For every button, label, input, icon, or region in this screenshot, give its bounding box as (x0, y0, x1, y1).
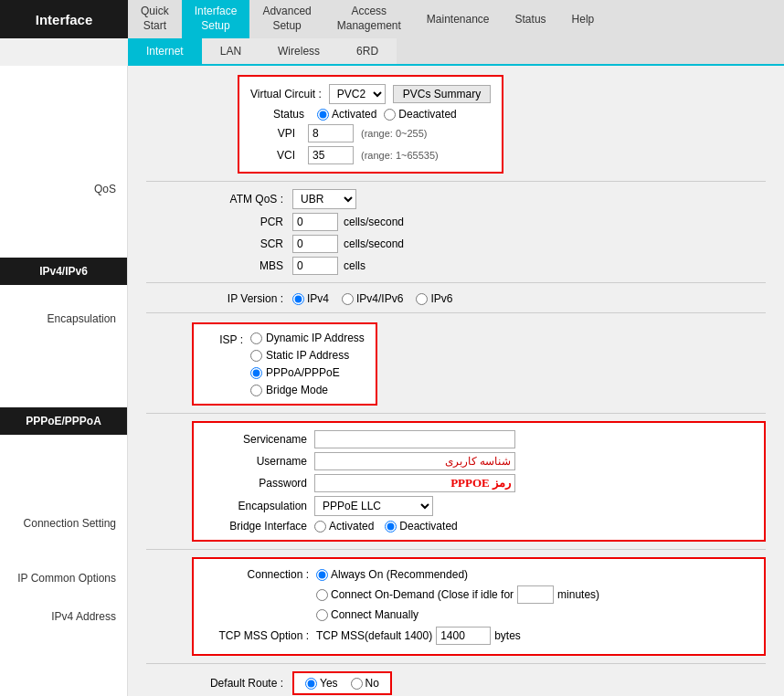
divider-4 (146, 413, 766, 414)
nav-item-access-management[interactable]: Access Management (324, 0, 414, 38)
sidebar-item-ipv4ipv6: IPv4/IPv6 (0, 258, 127, 285)
def-route-yes-label[interactable]: Yes (305, 677, 338, 690)
scr-unit: cells/second (344, 237, 404, 250)
mbs-label: MBS (146, 259, 292, 272)
status-activated-label[interactable]: Activated (317, 108, 376, 121)
subnav-lan[interactable]: LAN (202, 38, 260, 64)
pvcs-summary-btn[interactable]: PVCs Summary (393, 85, 491, 103)
password-input[interactable] (314, 474, 515, 492)
mbs-input[interactable] (292, 257, 338, 275)
isp-pppoe-label[interactable]: PPPoA/PPPoE (250, 366, 365, 379)
subnav-wireless[interactable]: Wireless (260, 38, 338, 64)
encap-label: Encapsulation (205, 500, 314, 512)
isp-dynamic-label[interactable]: Dynamic IP Address (250, 332, 365, 344)
sidebar-spacer-2 (0, 203, 127, 258)
bridge-activated-label[interactable]: Activated (314, 520, 374, 533)
isp-bridge-label[interactable]: Bridge Mode (250, 384, 365, 396)
nav-item-advanced-setup[interactable]: Advanced Setup (249, 0, 323, 38)
status-deactivated-label[interactable]: Deactivated (384, 108, 456, 121)
nav-item-status[interactable]: Status (503, 0, 559, 38)
status-deactivated-radio[interactable] (384, 109, 396, 121)
vpi-range: (range: 0~255) (361, 128, 427, 139)
virtual-circuit-box: Virtual Circuit : PVC2 PVCs Summary Stat… (238, 75, 503, 174)
conn-always-label[interactable]: Always On (Recommended) (316, 568, 468, 581)
virtual-circuit-section: Virtual Circuit : PVC2 PVCs Summary Stat… (146, 75, 766, 174)
content-area: Virtual Circuit : PVC2 PVCs Summary Stat… (128, 66, 784, 696)
conn-always-radio[interactable] (316, 569, 328, 581)
username-input[interactable] (314, 452, 515, 470)
status-row: Status Activated Deactivated (260, 108, 491, 121)
conn-demand-label[interactable]: Connect On-Demand (Close if idle for (316, 588, 514, 601)
vc-select[interactable]: PVC2 (329, 84, 386, 104)
password-row: Password (205, 474, 753, 492)
nav-item-interface-setup[interactable]: Interface Setup (182, 0, 250, 38)
main-content: QoS IPv4/IPv6 Encapsulation PPPoE/PPPoA … (0, 66, 784, 696)
status-label: Status (260, 108, 310, 121)
tcp-mss-input[interactable] (436, 627, 491, 645)
default-route-row: Default Route : Yes No (146, 671, 766, 695)
conn-demand-radio[interactable] (316, 589, 328, 601)
bridge-deactivated-radio[interactable] (385, 521, 397, 533)
nav-item-maintenance[interactable]: Maintenance (414, 0, 503, 38)
conn-manual-label[interactable]: Connect Manually (316, 608, 418, 621)
sub-nav: Internet LAN Wireless 6RD (128, 38, 784, 66)
tcp-mss-row: TCP MSS Option : TCP MSS(default 1400) b… (207, 627, 751, 645)
scr-input[interactable] (292, 235, 338, 253)
bridge-deactivated-label[interactable]: Deactivated (385, 520, 457, 533)
ipv4-radio-label[interactable]: IPv4 (292, 292, 329, 305)
vpi-row: VPI (range: 0~255) (250, 124, 491, 142)
tcp-mss-unit: bytes (494, 629, 521, 642)
scr-label: SCR (146, 237, 292, 250)
vpi-input[interactable] (308, 124, 354, 142)
top-nav: Interface Quick Start Interface Setup Ad… (0, 0, 784, 38)
encapsulation-section: ISP : Dynamic IP Address Static IP Addre… (146, 317, 766, 406)
pcr-unit: cells/second (344, 216, 404, 228)
isp-bridge-radio[interactable] (250, 385, 262, 396)
subnav-internet[interactable]: Internet (128, 38, 202, 64)
isp-pppoe-radio[interactable] (250, 367, 262, 379)
isp-dynamic-radio[interactable] (250, 332, 262, 344)
def-route-no-label[interactable]: No (351, 677, 379, 690)
isp-static-radio[interactable] (250, 350, 262, 362)
vci-row: VCI (range: 1~65535) (250, 146, 491, 164)
pcr-input[interactable] (292, 213, 338, 231)
nav-item-help[interactable]: Help (559, 0, 608, 38)
ipv4ipv6-radio[interactable] (342, 293, 354, 305)
encap-select[interactable]: PPPoE LLC PPPoE VC-Mux PPPoA LLC PPPoA V… (314, 496, 433, 516)
ip-version-row: IP Version : IPv4 IPv4/IPv6 IPv6 (146, 292, 766, 305)
conn-manual-radio[interactable] (316, 609, 328, 621)
vci-input[interactable] (308, 146, 354, 164)
bridge-activated-radio[interactable] (314, 521, 326, 533)
qos-section: ATM QoS : UBR CBR rt-VBR nrt-VBR PCR cel… (146, 185, 766, 275)
default-route-section: Default Route : Yes No (146, 668, 766, 695)
sidebar-spacer-1 (0, 66, 127, 175)
ip-version-radios: IPv4 IPv4/IPv6 IPv6 (292, 292, 452, 305)
atm-qos-select[interactable]: UBR CBR rt-VBR nrt-VBR (292, 189, 356, 209)
atm-qos-label: ATM QoS : (146, 193, 292, 206)
sidebar-spacer-4 (0, 332, 127, 407)
nav-item-quick-start[interactable]: Quick Start (128, 0, 182, 38)
isp-radios: Dynamic IP Address Static IP Address PPP… (250, 332, 365, 396)
connection-manual-row: Connect Manually (316, 608, 751, 621)
def-route-no-radio[interactable] (351, 678, 363, 690)
def-route-label: Default Route : (146, 677, 292, 690)
sidebar-item-ipv4-address: IPv4 Address (0, 603, 127, 630)
subnav-6rd[interactable]: 6RD (338, 38, 397, 64)
ipv4ipv6-radio-label[interactable]: IPv4/IPv6 (342, 292, 403, 305)
nav-items: Quick Start Interface Setup Advanced Set… (128, 0, 784, 38)
servicename-input[interactable] (314, 430, 515, 448)
encapsulation-row: Encapsulation PPPoE LLC PPPoE VC-Mux PPP… (205, 496, 753, 516)
isp-static-label[interactable]: Static IP Address (250, 349, 365, 362)
connection-always-row: Connection : Always On (Recommended) (207, 568, 751, 581)
default-route-box: Yes No (292, 671, 392, 695)
sidebar-item-ip-common-options: IP Common Options (0, 564, 127, 592)
idle-unit: minutes) (557, 588, 599, 601)
status-activated-radio[interactable] (317, 109, 329, 121)
ipv6-radio-label[interactable]: IPv6 (416, 292, 452, 305)
def-route-yes-radio[interactable] (305, 678, 317, 690)
idle-input[interactable] (517, 585, 554, 604)
sidebar-spacer-5 (0, 435, 127, 510)
ipv6-radio[interactable] (416, 293, 428, 305)
ipv4-radio[interactable] (292, 293, 304, 305)
vci-range: (range: 1~65535) (361, 150, 439, 161)
